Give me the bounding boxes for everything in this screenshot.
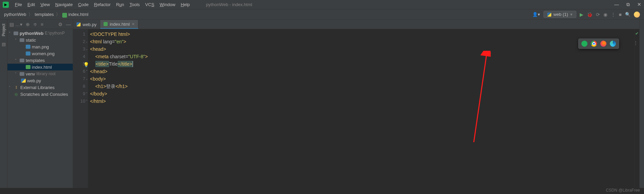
close-tab-icon[interactable]: ✕ [132,22,135,26]
fold-icon[interactable]: ⌄ [85,75,88,83]
menu-view[interactable]: View [38,2,52,7]
breadcrumb-root[interactable]: pythonWeb [4,12,26,17]
project-dropdown-icon[interactable]: ▤ …▾ [9,22,22,27]
tree-label: pythonWeb [20,31,44,36]
menu-edit[interactable]: Edit [25,2,38,7]
code-text: </h1> [115,84,128,89]
collapse-icon[interactable]: ≡ [41,22,43,27]
code-text: "UTF-8" [128,54,145,59]
tree-hint: library root [36,71,55,76]
run-button[interactable]: ▶ [580,12,583,17]
menu-refactor[interactable]: Refactor [91,2,113,7]
profile-button[interactable]: ◉ [603,12,607,17]
code-text: <title> [95,61,109,67]
menu-navigate[interactable]: Navigate [52,2,75,7]
breadcrumb-folder[interactable]: templates [35,12,54,17]
menu-file-label: ile [18,2,22,7]
right-toolstrip [639,20,644,188]
folder-icon [20,72,24,76]
structure-toolwindow-icon[interactable]: ▧ [2,42,6,47]
close-button[interactable]: ✕ [637,2,641,7]
code-text: </title> [118,61,133,67]
minimize-button[interactable]: — [614,2,619,7]
breadcrumb-file[interactable]: index.html [68,12,88,17]
chevron-right-icon[interactable]: ˃ [9,86,14,89]
builtin-preview-icon[interactable] [581,41,587,47]
code-text: </head> [90,69,107,74]
python-file-icon [76,22,81,26]
window-controls: — ⧉ ✕ [614,2,641,7]
html-file-icon [26,65,30,69]
code-area[interactable]: <!DOCTYPE html> ⌄<html lang="en"> ⌄<head… [88,29,635,188]
chevron-down-icon[interactable]: ˅ [15,59,20,62]
menu-window[interactable]: Window [157,2,178,7]
tree-node-women-png[interactable]: women.png [7,50,73,57]
tree-node-templates[interactable]: ˅ templates [7,57,73,64]
stop-button[interactable]: ■ [619,12,622,17]
expand-icon[interactable]: ≑ [33,22,37,27]
tree-node-root[interactable]: ˅ pythonWeb E:\pythonP [7,30,73,37]
tree-label: venv [26,71,35,77]
image-file-icon [26,45,30,49]
coverage-button[interactable]: ⟳ [596,12,600,17]
error-stripe[interactable]: ✔ [635,29,639,188]
fold-icon[interactable]: ⌃ [85,90,88,98]
tree-node-man-png[interactable]: man.png [7,43,73,50]
chevron-right-icon[interactable]: ˃ [15,72,20,76]
editor-area: web.py index.html ✕ 1 2 3 4 5 6 7 8 9 10… [73,20,639,188]
project-toolwindow-button[interactable]: Project [1,22,6,38]
editor-options-icon[interactable]: ⋮ [634,40,638,45]
main-area: Project ▧ ▤ …▾ ⊕ ≑ ≡ ⚙ — ˅ pythonWeb E:\… [0,20,644,188]
tab-label: index.html [110,22,130,27]
fold-icon[interactable]: ⌃ [85,98,88,105]
breadcrumb-sep-icon: 〉 [56,12,60,18]
chevron-down-icon[interactable]: ˅ [15,38,20,42]
tree-node-static[interactable]: ˅ static [7,37,73,43]
menu-code[interactable]: Code [75,2,91,7]
menu-tools[interactable]: Tools [127,2,142,7]
chrome-icon[interactable] [591,41,597,47]
tab-index-html[interactable]: index.html ✕ [100,20,138,29]
menu-help[interactable]: Help [178,2,193,7]
editor-body[interactable]: 1 2 3 4 5 6 7 8 9 10 💡 <!DOCTYPE html> ⌄… [73,29,639,188]
editor-tabs: web.py index.html ✕ [73,20,639,29]
tab-web-py[interactable]: web.py [73,20,100,29]
chevron-down-icon[interactable]: ˅ [9,31,14,35]
locate-icon[interactable]: ⊕ [26,22,30,27]
tree-node-scratches[interactable]: ˃ ◎ Scratches and Consoles [7,91,73,98]
tree-label: man.png [32,44,49,49]
chevron-down-icon: ▾ [570,12,573,17]
tree-node-webpy[interactable]: web.py [7,77,73,84]
fold-icon[interactable]: ⌄ [85,38,88,45]
fold-icon[interactable]: ⌄ [85,45,88,53]
line-number: 9 [73,90,85,98]
project-tree-panel: ▤ …▾ ⊕ ≑ ≡ ⚙ — ˅ pythonWeb E:\pythonP ˅ … [7,20,73,188]
html-file-icon [104,22,108,26]
tree-node-external-libraries[interactable]: ˃ 𝕀 External Libraries [7,84,73,91]
debug-button[interactable]: 🐞 [587,12,593,17]
hide-icon[interactable]: — [66,22,71,27]
tree-node-venv[interactable]: ˃ venv library root [7,70,73,77]
tree-node-index-html[interactable]: index.html [7,64,73,70]
account-avatar[interactable] [634,12,640,18]
html-file-icon [62,13,67,18]
fold-icon[interactable]: ⌃ [85,68,88,75]
maximize-button[interactable]: ⧉ [626,2,630,7]
user-icon[interactable]: 👤▾ [532,12,540,17]
menu-vcs[interactable]: VCS [142,2,157,7]
code-text: <body> [90,76,106,82]
run-config-selector[interactable]: web (1) ▾ [543,11,576,18]
python-icon [547,13,551,17]
edge-icon[interactable] [610,41,616,47]
python-file-icon [21,79,26,83]
firefox-icon[interactable] [600,41,606,47]
library-icon: 𝕀 [14,85,19,90]
tree-label: web.py [27,78,41,83]
code-text: "en" [115,39,124,44]
folder-icon [14,31,18,35]
search-icon[interactable]: 🔍 [625,12,630,17]
menu-run[interactable]: Run [113,2,127,7]
gear-icon[interactable]: ⚙ [58,22,63,27]
image-file-icon [26,51,30,56]
menu-file[interactable]: File [12,2,25,7]
